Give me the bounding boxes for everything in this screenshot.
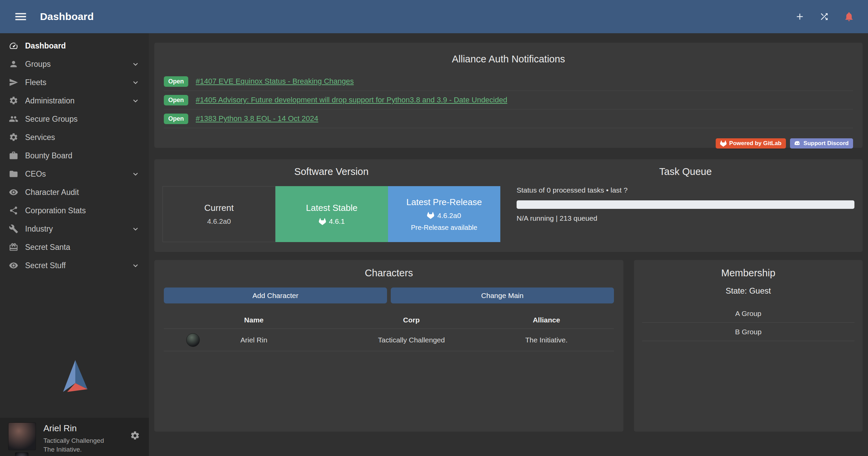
prerelease-version: 4.6.2a0	[437, 212, 461, 220]
corp-logo	[15, 452, 28, 456]
sidebar-item-label: Industry	[25, 224, 53, 234]
notifications-title: Alliance Auth Notifications	[164, 54, 853, 65]
user-avatar-column	[8, 422, 36, 456]
sidebar-item-fleets[interactable]: Fleets	[0, 73, 149, 92]
main-content: Alliance Auth Notifications Open #1407 E…	[149, 33, 868, 456]
badge-label: Powered by GitLab	[729, 140, 782, 147]
plus-icon[interactable]	[795, 12, 805, 22]
sidebar-item-administration[interactable]: Administration	[0, 92, 149, 110]
gitlab-icon	[427, 212, 434, 219]
sidebar: Dashboard Groups Fleets Administration S…	[0, 33, 149, 456]
sidebar-item-label: Secret Santa	[25, 243, 70, 252]
sidebar-item-ceos[interactable]: CEOs	[0, 165, 149, 183]
status-badge: Open	[164, 95, 188, 105]
column-header-corp: Corp	[344, 316, 479, 324]
character-corp: Tactically Challenged	[344, 336, 479, 344]
billboard-icon	[9, 151, 18, 160]
chevron-down-icon	[131, 261, 140, 270]
prerelease-note: Pre-Release available	[411, 224, 477, 232]
notification-link[interactable]: #1383 Python 3.8 EOL - 14 Oct 2024	[196, 114, 318, 123]
top-navbar: Dashboard	[0, 0, 868, 33]
notifications-panel: Alliance Auth Notifications Open #1407 E…	[154, 43, 863, 148]
user-alliance: The Initiative.	[43, 445, 104, 454]
column-header-alliance: Alliance	[479, 316, 614, 324]
sidebar-item-label: Secret Stuff	[25, 261, 66, 270]
software-version-title: Software Version	[162, 166, 500, 177]
rocket-icon	[9, 78, 18, 87]
bottom-row: Characters Add Character Change Main Nam…	[154, 260, 863, 432]
sidebar-item-secret-stuff[interactable]: Secret Stuff	[0, 256, 149, 275]
sidebar-item-label: Administration	[25, 96, 75, 105]
sidebar-item-bounty-board[interactable]: Bounty Board	[0, 146, 149, 165]
powered-by-gitlab-badge[interactable]: Powered by GitLab	[716, 138, 786, 148]
add-character-button[interactable]: Add Character	[164, 288, 387, 303]
share-nodes-icon	[9, 206, 18, 215]
membership-panel: Membership State: Guest A Group B Group	[634, 260, 863, 432]
sidebar-item-label: Services	[25, 133, 55, 142]
notifications-footer: Powered by GitLab Support Discord	[164, 138, 853, 148]
sidebar-item-corporation-stats[interactable]: Corporation Stats	[0, 201, 149, 220]
gears-icon	[9, 133, 18, 142]
version-cell-current: Current 4.6.2a0	[162, 186, 275, 242]
navbar-actions	[795, 11, 854, 22]
software-taskqueue-panel: Software Version Current 4.6.2a0 Latest …	[154, 159, 863, 252]
sidebar-item-industry[interactable]: Industry	[0, 220, 149, 238]
version-cell-heading: Current	[204, 203, 234, 213]
notification-row: Open #1405 Advisory: Future development …	[164, 91, 853, 110]
eye-icon	[9, 261, 18, 270]
characters-table: Name Corp Alliance Ariel Rin Tactically …	[164, 312, 614, 351]
gitlab-icon	[319, 218, 326, 225]
current-version: 4.6.2a0	[207, 217, 231, 225]
hamburger-menu-icon[interactable]	[14, 9, 28, 24]
sidebar-item-services[interactable]: Services	[0, 128, 149, 146]
character-alliance: The Initiative.	[479, 336, 614, 344]
sidebar-item-secret-santa[interactable]: Secret Santa	[0, 238, 149, 256]
support-discord-badge[interactable]: Support Discord	[790, 138, 853, 148]
app-root: Dashboard Dashboard Groups Fleets	[0, 0, 868, 456]
user-panel: Ariel Rin Tactically Challenged The Init…	[0, 418, 149, 456]
task-queue-counts: N/A running | 213 queued	[517, 214, 854, 222]
characters-title: Characters	[164, 267, 614, 279]
chevron-down-icon	[131, 170, 140, 179]
user-icon	[9, 59, 18, 69]
notification-row: Open #1407 EVE Equinox Status - Breaking…	[164, 72, 853, 91]
status-badge: Open	[164, 114, 188, 124]
sidebar-item-groups[interactable]: Groups	[0, 55, 149, 73]
stable-version: 4.6.1	[329, 217, 345, 225]
membership-title: Membership	[642, 267, 854, 279]
sleigh-icon	[9, 242, 18, 252]
sidebar-item-dashboard[interactable]: Dashboard	[0, 37, 149, 55]
version-table: Current 4.6.2a0 Latest Stable 4.6.1 Late…	[162, 186, 500, 242]
sidebar-item-label: Dashboard	[25, 41, 66, 51]
notification-link[interactable]: #1405 Advisory: Future development will …	[196, 96, 507, 104]
gear-icon[interactable]	[130, 431, 140, 441]
chevron-down-icon	[131, 78, 140, 87]
page-title: Dashboard	[40, 11, 94, 22]
characters-table-header: Name Corp Alliance	[164, 312, 614, 329]
list-item: A Group	[642, 304, 854, 323]
discord-icon	[794, 140, 801, 147]
sidebar-item-secure-groups[interactable]: Secure Groups	[0, 110, 149, 128]
user-avatar	[8, 422, 36, 450]
notification-link[interactable]: #1407 EVE Equinox Status - Breaking Chan…	[196, 77, 354, 86]
notification-row: Open #1383 Python 3.8 EOL - 14 Oct 2024	[164, 110, 853, 128]
column-header-name: Name	[164, 316, 344, 324]
user-name: Ariel Rin	[43, 423, 104, 434]
sidebar-item-character-audit[interactable]: Character Audit	[0, 183, 149, 201]
version-cell-heading: Latest Pre-Release	[406, 197, 482, 207]
gitlab-icon	[720, 140, 727, 147]
shuffle-icon[interactable]	[819, 12, 829, 22]
characters-actions: Add Character Change Main	[164, 288, 614, 303]
change-main-button[interactable]: Change Main	[391, 288, 614, 303]
users-icon	[9, 114, 18, 124]
version-cell-stable: Latest Stable 4.6.1	[275, 186, 388, 242]
sidebar-item-label: Corporation Stats	[25, 206, 86, 215]
task-queue-status: Status of 0 processed tasks • last ?	[517, 186, 854, 194]
eye-icon	[9, 187, 18, 197]
bell-icon[interactable]	[844, 11, 854, 22]
sidebar-item-label: Secure Groups	[25, 115, 78, 124]
sidebar-item-label: Groups	[25, 60, 51, 69]
gauge-icon	[9, 41, 18, 51]
software-version-column: Software Version Current 4.6.2a0 Latest …	[154, 159, 508, 252]
alliance-auth-logo	[0, 358, 149, 418]
